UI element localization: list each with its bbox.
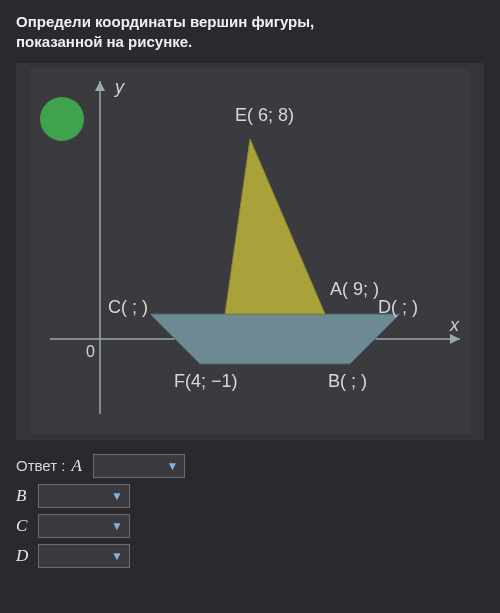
answer-dropdown-A[interactable]: ▼	[93, 454, 185, 478]
point-label-A: A( 9; )	[330, 279, 379, 299]
point-label-D: D( ; )	[378, 297, 418, 317]
answer-label-B: B	[16, 486, 32, 506]
coordinate-figure: y x 0 E( 6; 8) A( 9; ) C( ; ) D( ; ) F(4…	[22, 69, 478, 434]
origin-label: 0	[86, 343, 95, 360]
answer-row-C: C ▼	[16, 514, 484, 538]
answer-dropdown-D[interactable]: ▼	[38, 544, 130, 568]
point-label-B: B( ; )	[328, 371, 367, 391]
point-label-F: F(4; −1)	[174, 371, 238, 391]
chevron-down-icon: ▼	[111, 519, 123, 533]
answer-row-D: D ▼	[16, 544, 484, 568]
answer-row-B: B ▼	[16, 484, 484, 508]
point-label-E: E( 6; 8)	[235, 105, 294, 125]
y-axis-label: y	[113, 77, 125, 97]
answer-prefix: Ответ :	[16, 457, 65, 474]
point-label-C: C( ; )	[108, 297, 148, 317]
badge-icon	[40, 97, 84, 141]
figure-container: y x 0 E( 6; 8) A( 9; ) C( ; ) D( ; ) F(4…	[16, 63, 484, 440]
answer-dropdown-C[interactable]: ▼	[38, 514, 130, 538]
answer-label-C: C	[16, 516, 32, 536]
title-line2: показанной на рисунке.	[16, 32, 484, 52]
answer-dropdown-B[interactable]: ▼	[38, 484, 130, 508]
chevron-down-icon: ▼	[111, 489, 123, 503]
title-line1: Определи координаты вершин фигуры,	[16, 12, 484, 32]
chevron-down-icon: ▼	[111, 549, 123, 563]
answer-label-D: D	[16, 546, 32, 566]
chevron-down-icon: ▼	[167, 459, 179, 473]
answer-label-A: A	[71, 456, 87, 476]
answer-row-A: Ответ : A ▼	[16, 454, 484, 478]
task-title: Определи координаты вершин фигуры, показ…	[16, 12, 484, 53]
x-axis-label: x	[449, 315, 460, 335]
